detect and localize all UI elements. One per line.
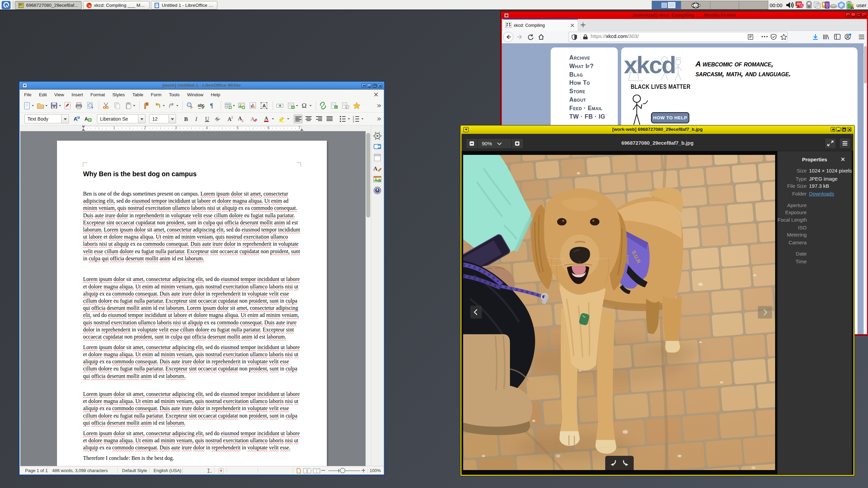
svg-text:A: A xyxy=(262,103,266,108)
svg-text:B: B xyxy=(184,116,188,122)
svg-text:2: 2 xyxy=(242,119,243,123)
svg-text:1: 1 xyxy=(335,106,337,109)
svg-text:A: A xyxy=(264,116,268,121)
svg-text:00: 00 xyxy=(851,5,853,7)
svg-text:I: I xyxy=(195,116,198,122)
svg-text:A: A xyxy=(84,116,88,122)
svg-text:3: 3 xyxy=(353,120,354,123)
svg-text:¶: ¶ xyxy=(210,102,213,109)
svg-text:A: A xyxy=(251,116,255,122)
svg-text:A: A xyxy=(74,116,77,122)
svg-text:U: U xyxy=(205,116,209,122)
svg-text:Ω: Ω xyxy=(302,102,307,109)
svg-text:ab: ab xyxy=(198,103,202,108)
svg-text:i: i xyxy=(346,106,347,109)
svg-text:2: 2 xyxy=(231,116,233,119)
svg-text:A: A xyxy=(373,165,378,172)
